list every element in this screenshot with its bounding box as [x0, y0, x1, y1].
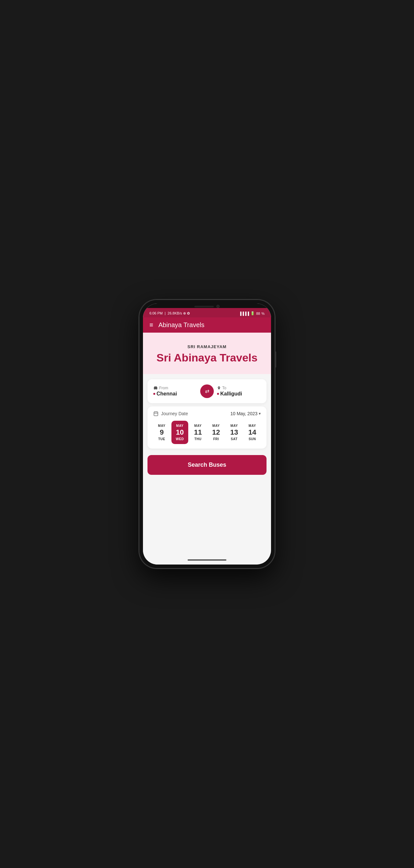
- date-item-12[interactable]: MAY12FRI: [208, 421, 225, 444]
- to-field[interactable]: To Kalligudi: [217, 386, 261, 397]
- status-right-icons: ▐▐▐▐ 🔋 88 %: [239, 311, 265, 315]
- home-bar: [143, 557, 271, 564]
- route-card: From Chennai ⇄ To: [147, 379, 267, 403]
- to-label: To: [217, 386, 261, 390]
- date-month-label: MAY: [173, 424, 187, 428]
- svg-point-3: [156, 389, 157, 390]
- status-icons: ⊕ ✿: [183, 311, 190, 315]
- date-day-label: WED: [173, 437, 187, 441]
- status-bar: 6:06 PM | 26.8KB/s ⊕ ✿ ▐▐▐▐ 🔋 88 %: [143, 308, 271, 317]
- date-header: Journey Date 10 May, 2023 ▾: [153, 411, 261, 416]
- home-bar-indicator: [187, 559, 227, 561]
- app-title: Abinaya Travels: [159, 321, 204, 329]
- svg-rect-4: [154, 412, 158, 415]
- search-buses-button[interactable]: Search Buses: [147, 455, 267, 475]
- bottom-spacer: [143, 481, 271, 501]
- date-day-label: SUN: [245, 437, 260, 441]
- notch: [143, 304, 271, 308]
- main-content: SRI RAMAJEYAM Sri Abinaya Travels From C…: [143, 333, 271, 557]
- swap-icon: ⇄: [205, 388, 209, 394]
- date-number: 9: [154, 429, 169, 436]
- date-card: Journey Date 10 May, 2023 ▾ MAY9TUEMAY10…: [147, 406, 267, 448]
- date-number: 13: [227, 429, 241, 436]
- hamburger-menu-icon[interactable]: ≡: [149, 321, 153, 329]
- date-month-label: MAY: [154, 424, 169, 428]
- date-number: 14: [245, 429, 260, 436]
- selected-date-display[interactable]: 10 May, 2023 ▾: [230, 411, 261, 416]
- swap-button[interactable]: ⇄: [200, 384, 214, 398]
- location-icon: [217, 386, 221, 390]
- date-day-label: TUE: [154, 437, 169, 441]
- date-month-label: MAY: [191, 424, 205, 428]
- status-time: 6:06 PM: [149, 311, 163, 315]
- date-selector-row: MAY9TUEMAY10WEDMAY11THUMAY12FRIMAY13SATM…: [153, 421, 261, 444]
- to-value: Kalligudi: [217, 391, 261, 397]
- from-value: Chennai: [153, 391, 197, 397]
- date-month-label: MAY: [209, 424, 223, 428]
- status-time-network: 6:06 PM | 26.8KB/s ⊕ ✿: [149, 311, 190, 315]
- date-number: 11: [191, 429, 205, 436]
- svg-rect-1: [154, 386, 157, 388]
- to-dot: [217, 393, 219, 395]
- phone-screen: 6:06 PM | 26.8KB/s ⊕ ✿ ▐▐▐▐ 🔋 88 % ≡ Abi…: [143, 304, 271, 564]
- hero-banner: SRI RAMAJEYAM Sri Abinaya Travels: [143, 333, 271, 374]
- date-day-label: SAT: [227, 437, 241, 441]
- date-number: 12: [209, 429, 223, 436]
- battery-icon: 🔋: [250, 311, 255, 315]
- svg-point-2: [154, 389, 155, 390]
- app-header: ≡ Abinaya Travels: [143, 317, 271, 333]
- signal-icon: ▐▐▐▐: [239, 312, 249, 315]
- date-number: 10: [173, 429, 187, 436]
- from-label: From: [153, 386, 197, 390]
- from-dot: [153, 393, 155, 395]
- date-item-9[interactable]: MAY9TUE: [153, 421, 170, 444]
- date-item-10[interactable]: MAY10WED: [171, 421, 188, 444]
- journey-date-label: Journey Date: [153, 411, 188, 416]
- hero-title: Sri Abinaya Travels: [149, 351, 265, 364]
- camera: [216, 305, 219, 308]
- calendar-icon: [153, 411, 159, 416]
- date-day-label: FRI: [209, 437, 223, 441]
- phone-frame: 6:06 PM | 26.8KB/s ⊕ ✿ ▐▐▐▐ 🔋 88 % ≡ Abi…: [139, 300, 275, 568]
- date-item-11[interactable]: MAY11THU: [189, 421, 206, 444]
- status-network: 26.8KB/s: [168, 311, 182, 315]
- power-button: [275, 351, 276, 368]
- date-item-13[interactable]: MAY13SAT: [226, 421, 243, 444]
- speaker: [195, 306, 214, 307]
- date-month-label: MAY: [245, 424, 260, 428]
- from-field[interactable]: From Chennai: [153, 386, 197, 397]
- chevron-down-icon: ▾: [259, 411, 261, 416]
- hero-subtitle: SRI RAMAJEYAM: [149, 344, 265, 349]
- date-day-label: THU: [191, 437, 205, 441]
- battery-level: 88: [256, 312, 260, 315]
- bus-icon: [153, 386, 158, 390]
- date-month-label: MAY: [227, 424, 241, 428]
- date-item-14[interactable]: MAY14SUN: [244, 421, 261, 444]
